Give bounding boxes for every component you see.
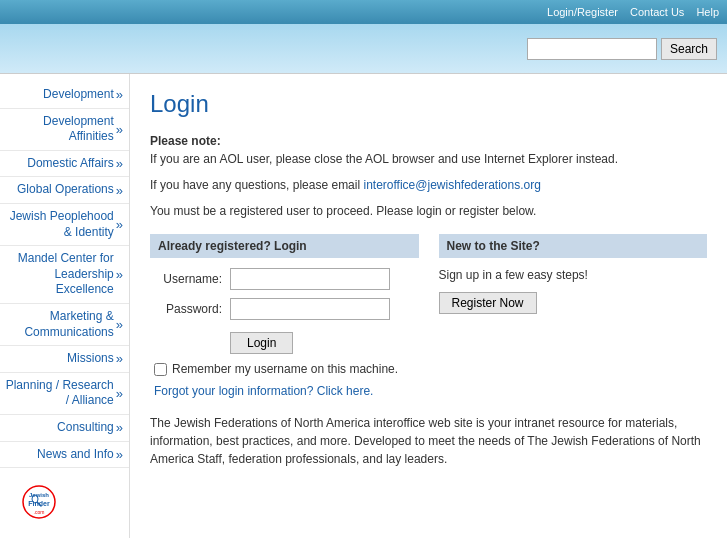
sidebar-item-label: Planning / Research / Alliance xyxy=(4,378,114,409)
sidebar-item-global-operations[interactable]: Global Operations » xyxy=(0,177,129,204)
jewish-finder-logo[interactable]: Jewish Finder .com xyxy=(21,484,109,522)
remember-row: Remember my username on this machine. xyxy=(154,362,419,376)
sidebar-item-label: Jewish Peoplehood & Identity xyxy=(4,209,114,240)
main-content: Login Please note: If you are an AOL use… xyxy=(130,74,727,538)
site-description: The Jewish Federations of North America … xyxy=(150,414,707,468)
email-link[interactable]: interoffice@jewishfederations.org xyxy=(363,178,540,192)
sidebar-item-planning[interactable]: Planning / Research / Alliance » xyxy=(0,373,129,415)
sidebar-item-consulting[interactable]: Consulting » xyxy=(0,415,129,442)
chevron-icon: » xyxy=(116,318,123,331)
sidebar-item-label: Global Operations xyxy=(17,182,114,198)
search-button[interactable]: Search xyxy=(661,38,717,60)
sidebar-item-mandel-center[interactable]: Mandel Center for Leadership Excellence … xyxy=(0,246,129,304)
sidebar-item-label: Marketing & Communications xyxy=(4,309,114,340)
sidebar-item-domestic-affairs[interactable]: Domestic Affairs » xyxy=(0,151,129,178)
sidebar-item-label: Missions xyxy=(67,351,114,367)
chevron-icon: » xyxy=(116,218,123,231)
search-form: Search xyxy=(527,38,717,60)
new-site-header: New to the Site? xyxy=(439,234,708,258)
remember-checkbox[interactable] xyxy=(154,363,167,376)
username-input[interactable] xyxy=(230,268,390,290)
chevron-icon: » xyxy=(116,421,123,434)
forgot-link-row: Forgot your login information? Click her… xyxy=(150,384,419,398)
sidebar: Development » Development Affinities » D… xyxy=(0,74,130,538)
layout: Development » Development Affinities » D… xyxy=(0,74,727,538)
page-title: Login xyxy=(150,90,707,118)
chevron-icon: » xyxy=(116,352,123,365)
note-registered-paragraph: You must be a registered user to proceed… xyxy=(150,202,707,220)
chevron-icon: » xyxy=(116,88,123,101)
svg-text:.com: .com xyxy=(33,509,44,515)
username-row: Username: xyxy=(150,268,419,290)
note-questions-paragraph: If you have any questions, please email … xyxy=(150,176,707,194)
sidebar-item-news-info[interactable]: News and Info » xyxy=(0,442,129,469)
sidebar-logo-area: Jewish Finder .com xyxy=(0,468,129,538)
chevron-icon: » xyxy=(116,268,123,281)
header: Search xyxy=(0,24,727,74)
sidebar-item-label: Mandel Center for Leadership Excellence xyxy=(4,251,114,298)
sidebar-item-label: Development xyxy=(43,87,114,103)
note-aol-paragraph: Please note: If you are an AOL user, ple… xyxy=(150,132,707,168)
remember-label: Remember my username on this machine. xyxy=(172,362,398,376)
register-button[interactable]: Register Now xyxy=(439,292,537,314)
login-right-panel: New to the Site? Sign up in a few easy s… xyxy=(419,234,708,398)
note-bold: Please note: xyxy=(150,134,221,148)
sidebar-item-missions[interactable]: Missions » xyxy=(0,346,129,373)
sidebar-item-development[interactable]: Development » xyxy=(0,82,129,109)
login-button-row: Login xyxy=(150,328,419,362)
sidebar-item-label: Consulting xyxy=(57,420,114,436)
chevron-icon: » xyxy=(116,184,123,197)
login-left-panel: Already registered? Login Username: Pass… xyxy=(150,234,419,398)
login-register-link[interactable]: Login/Register xyxy=(547,6,618,18)
sidebar-item-label: News and Info xyxy=(37,447,114,463)
login-button[interactable]: Login xyxy=(230,332,293,354)
note-registered-text: You must be a registered user to proceed… xyxy=(150,204,536,218)
chevron-icon: » xyxy=(116,448,123,461)
chevron-icon: » xyxy=(116,387,123,400)
sidebar-item-jewish-peoplehood[interactable]: Jewish Peoplehood & Identity » xyxy=(0,204,129,246)
chevron-icon: » xyxy=(116,123,123,136)
top-bar: Login/Register Contact Us Help xyxy=(0,0,727,24)
login-columns: Already registered? Login Username: Pass… xyxy=(150,234,707,398)
password-input[interactable] xyxy=(230,298,390,320)
forgot-link[interactable]: Forgot your login information? Click her… xyxy=(154,384,373,398)
note-questions-text: If you have any questions, please email xyxy=(150,178,360,192)
login-section-header: Already registered? Login xyxy=(150,234,419,258)
password-row: Password: xyxy=(150,298,419,320)
username-label: Username: xyxy=(150,272,230,286)
password-label: Password: xyxy=(150,302,230,316)
contact-us-link[interactable]: Contact Us xyxy=(630,6,684,18)
search-input[interactable] xyxy=(527,38,657,60)
sidebar-item-development-affinities[interactable]: Development Affinities » xyxy=(0,109,129,151)
sidebar-item-label: Development Affinities xyxy=(4,114,114,145)
chevron-icon: » xyxy=(116,157,123,170)
sidebar-item-label: Domestic Affairs xyxy=(27,156,113,172)
new-site-text: Sign up in a few easy steps! xyxy=(439,268,708,282)
sidebar-item-marketing[interactable]: Marketing & Communications » xyxy=(0,304,129,346)
help-link[interactable]: Help xyxy=(696,6,719,18)
note-aol-text: If you are an AOL user, please close the… xyxy=(150,152,618,166)
